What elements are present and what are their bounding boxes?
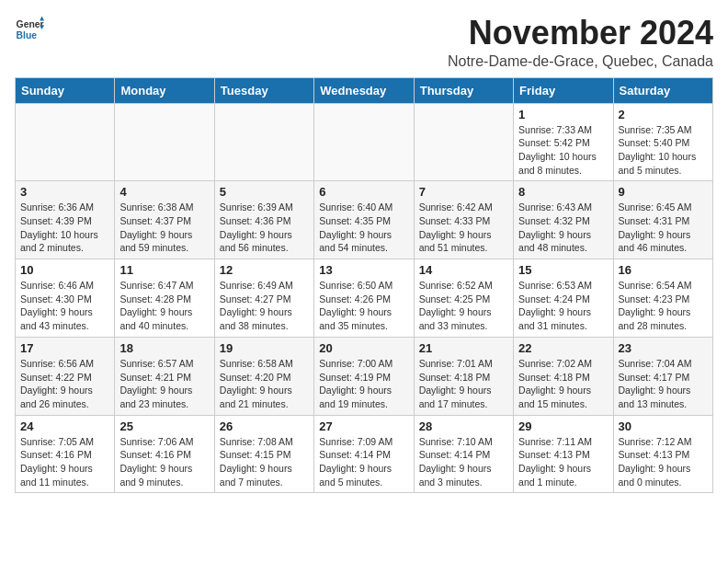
day-cell: 10Sunrise: 6:46 AM Sunset: 4:30 PM Dayli… [16, 259, 115, 338]
day-number: 16 [619, 263, 708, 277]
day-info: Sunrise: 6:43 AM Sunset: 4:32 PM Dayligh… [518, 201, 608, 255]
day-info: Sunrise: 6:36 AM Sunset: 4:39 PM Dayligh… [20, 201, 109, 255]
day-number: 24 [20, 419, 109, 433]
day-number: 23 [619, 341, 708, 355]
weekday-header-thursday: Thursday [414, 77, 513, 103]
day-info: Sunrise: 7:08 AM Sunset: 4:15 PM Dayligh… [220, 435, 309, 489]
day-cell: 29Sunrise: 7:11 AM Sunset: 4:13 PM Dayli… [514, 415, 613, 493]
day-info: Sunrise: 7:01 AM Sunset: 4:18 PM Dayligh… [419, 357, 508, 411]
day-number: 21 [419, 341, 508, 355]
day-number: 2 [619, 108, 708, 121]
weekday-header-sunday: Sunday [16, 77, 115, 103]
day-number: 27 [319, 419, 408, 433]
day-number: 11 [119, 263, 209, 277]
day-cell: 28Sunrise: 7:10 AM Sunset: 4:14 PM Dayli… [414, 415, 513, 493]
day-info: Sunrise: 6:40 AM Sunset: 4:35 PM Dayligh… [319, 201, 408, 255]
svg-marker-2 [40, 17, 44, 21]
day-info: Sunrise: 6:50 AM Sunset: 4:26 PM Dayligh… [319, 279, 408, 333]
day-cell: 17Sunrise: 6:56 AM Sunset: 4:22 PM Dayli… [16, 337, 115, 415]
week-row-1: 1Sunrise: 7:33 AM Sunset: 5:42 PM Daylig… [16, 103, 713, 181]
weekday-header-tuesday: Tuesday [214, 77, 313, 103]
day-cell [214, 103, 313, 181]
day-cell: 11Sunrise: 6:47 AM Sunset: 4:28 PM Dayli… [115, 259, 214, 338]
day-cell: 23Sunrise: 7:04 AM Sunset: 4:17 PM Dayli… [613, 337, 712, 415]
day-info: Sunrise: 7:02 AM Sunset: 4:18 PM Dayligh… [518, 357, 608, 411]
day-cell: 22Sunrise: 7:02 AM Sunset: 4:18 PM Dayli… [514, 337, 613, 415]
day-cell: 21Sunrise: 7:01 AM Sunset: 4:18 PM Dayli… [414, 337, 513, 415]
day-cell: 15Sunrise: 6:53 AM Sunset: 4:24 PM Dayli… [514, 259, 613, 338]
day-info: Sunrise: 7:10 AM Sunset: 4:14 PM Dayligh… [419, 435, 508, 489]
day-cell [115, 103, 214, 181]
day-info: Sunrise: 6:45 AM Sunset: 4:31 PM Dayligh… [619, 201, 708, 255]
day-number: 19 [220, 341, 309, 355]
day-cell: 18Sunrise: 6:57 AM Sunset: 4:21 PM Dayli… [115, 337, 214, 415]
day-info: Sunrise: 7:05 AM Sunset: 4:16 PM Dayligh… [20, 435, 109, 489]
day-cell: 16Sunrise: 6:54 AM Sunset: 4:23 PM Dayli… [613, 259, 712, 338]
day-cell [314, 103, 414, 181]
day-cell: 30Sunrise: 7:12 AM Sunset: 4:13 PM Dayli… [613, 415, 712, 493]
day-info: Sunrise: 7:09 AM Sunset: 4:14 PM Dayligh… [319, 435, 408, 489]
day-cell: 6Sunrise: 6:40 AM Sunset: 4:35 PM Daylig… [314, 181, 414, 259]
day-info: Sunrise: 7:11 AM Sunset: 4:13 PM Dayligh… [518, 435, 608, 489]
day-number: 13 [319, 263, 408, 277]
day-cell: 3Sunrise: 6:36 AM Sunset: 4:39 PM Daylig… [16, 181, 115, 259]
week-row-4: 17Sunrise: 6:56 AM Sunset: 4:22 PM Dayli… [16, 337, 713, 415]
day-number: 22 [518, 341, 608, 355]
day-cell: 26Sunrise: 7:08 AM Sunset: 4:15 PM Dayli… [214, 415, 313, 493]
day-cell: 8Sunrise: 6:43 AM Sunset: 4:32 PM Daylig… [514, 181, 613, 259]
logo: General Blue [15, 15, 44, 44]
day-number: 17 [20, 341, 109, 355]
day-info: Sunrise: 6:54 AM Sunset: 4:23 PM Dayligh… [619, 279, 708, 333]
weekday-header-saturday: Saturday [613, 77, 712, 103]
weekday-header-monday: Monday [115, 77, 214, 103]
day-number: 30 [619, 419, 708, 433]
day-number: 29 [518, 419, 608, 433]
day-number: 9 [619, 185, 708, 199]
day-number: 8 [518, 185, 608, 199]
day-info: Sunrise: 7:04 AM Sunset: 4:17 PM Dayligh… [619, 357, 708, 411]
day-info: Sunrise: 6:52 AM Sunset: 4:25 PM Dayligh… [419, 279, 508, 333]
day-number: 15 [518, 263, 608, 277]
day-info: Sunrise: 6:38 AM Sunset: 4:37 PM Dayligh… [119, 201, 209, 255]
day-cell: 9Sunrise: 6:45 AM Sunset: 4:31 PM Daylig… [613, 181, 712, 259]
day-cell: 27Sunrise: 7:09 AM Sunset: 4:14 PM Dayli… [314, 415, 414, 493]
day-cell [414, 103, 513, 181]
calendar-table: SundayMondayTuesdayWednesdayThursdayFrid… [15, 77, 713, 494]
day-info: Sunrise: 7:35 AM Sunset: 5:40 PM Dayligh… [619, 123, 708, 178]
day-info: Sunrise: 6:58 AM Sunset: 4:20 PM Dayligh… [220, 357, 309, 411]
day-cell: 24Sunrise: 7:05 AM Sunset: 4:16 PM Dayli… [16, 415, 115, 493]
day-number: 28 [419, 419, 508, 433]
day-number: 20 [319, 341, 408, 355]
day-cell: 5Sunrise: 6:39 AM Sunset: 4:36 PM Daylig… [214, 181, 313, 259]
day-number: 10 [20, 263, 109, 277]
day-cell: 2Sunrise: 7:35 AM Sunset: 5:40 PM Daylig… [613, 103, 712, 181]
day-number: 7 [419, 185, 508, 199]
day-info: Sunrise: 7:12 AM Sunset: 4:13 PM Dayligh… [619, 435, 708, 489]
day-info: Sunrise: 6:39 AM Sunset: 4:36 PM Dayligh… [220, 201, 309, 255]
day-info: Sunrise: 6:49 AM Sunset: 4:27 PM Dayligh… [220, 279, 309, 333]
day-info: Sunrise: 6:56 AM Sunset: 4:22 PM Dayligh… [20, 357, 109, 411]
day-cell: 12Sunrise: 6:49 AM Sunset: 4:27 PM Dayli… [214, 259, 313, 338]
day-info: Sunrise: 7:33 AM Sunset: 5:42 PM Dayligh… [518, 123, 608, 178]
day-number: 14 [419, 263, 508, 277]
day-cell: 4Sunrise: 6:38 AM Sunset: 4:37 PM Daylig… [115, 181, 214, 259]
week-row-2: 3Sunrise: 6:36 AM Sunset: 4:39 PM Daylig… [16, 181, 713, 259]
weekday-header-row: SundayMondayTuesdayWednesdayThursdayFrid… [16, 77, 713, 103]
day-info: Sunrise: 6:42 AM Sunset: 4:33 PM Dayligh… [419, 201, 508, 255]
day-info: Sunrise: 6:57 AM Sunset: 4:21 PM Dayligh… [119, 357, 209, 411]
day-cell: 20Sunrise: 7:00 AM Sunset: 4:19 PM Dayli… [314, 337, 414, 415]
day-cell: 13Sunrise: 6:50 AM Sunset: 4:26 PM Dayli… [314, 259, 414, 338]
page-header: General Blue November 2024 Notre-Dame-de… [15, 15, 713, 70]
month-title: November 2024 [448, 15, 713, 52]
weekday-header-wednesday: Wednesday [314, 77, 414, 103]
day-number: 3 [20, 185, 109, 199]
day-info: Sunrise: 6:53 AM Sunset: 4:24 PM Dayligh… [518, 279, 608, 333]
day-number: 25 [119, 419, 209, 433]
week-row-3: 10Sunrise: 6:46 AM Sunset: 4:30 PM Dayli… [16, 259, 713, 338]
day-number: 12 [220, 263, 309, 277]
svg-text:Blue: Blue [17, 30, 38, 40]
title-area: November 2024 Notre-Dame-de-Grace, Quebe… [448, 15, 713, 70]
day-info: Sunrise: 6:46 AM Sunset: 4:30 PM Dayligh… [20, 279, 109, 333]
day-cell: 1Sunrise: 7:33 AM Sunset: 5:42 PM Daylig… [514, 103, 613, 181]
weekday-header-friday: Friday [514, 77, 613, 103]
